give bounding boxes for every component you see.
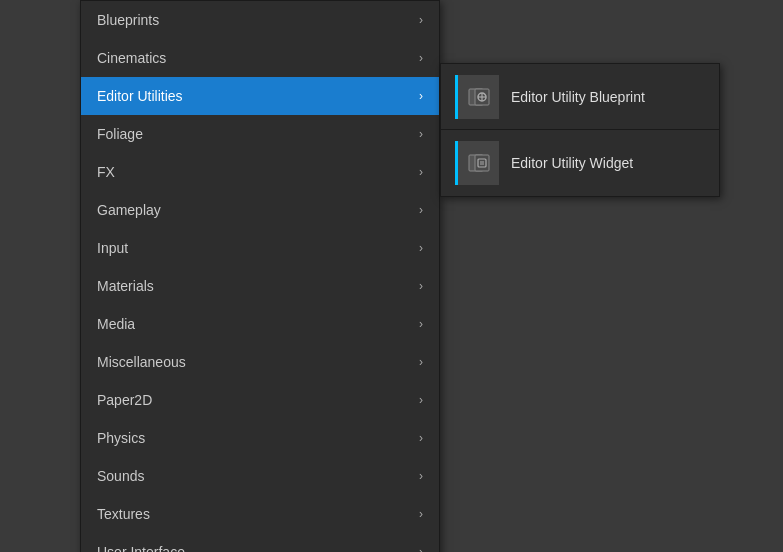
arrow-icon-textures: ›	[419, 507, 423, 521]
svg-rect-6	[475, 155, 489, 171]
menu-item-label-media: Media	[97, 316, 135, 332]
arrow-icon-fx: ›	[419, 165, 423, 179]
menu-item-sounds[interactable]: Sounds›	[81, 457, 439, 495]
menu-item-label-sounds: Sounds	[97, 468, 144, 484]
arrow-icon-physics: ›	[419, 431, 423, 445]
menu-item-gameplay[interactable]: Gameplay›	[81, 191, 439, 229]
menu-item-label-fx: FX	[97, 164, 115, 180]
menu-item-label-input: Input	[97, 240, 128, 256]
menu-item-label-user-interface: User Interface	[97, 544, 185, 552]
menu-item-blueprints[interactable]: Blueprints›	[81, 1, 439, 39]
arrow-icon-cinematics: ›	[419, 51, 423, 65]
submenu-icon-editor-utility-widget	[455, 141, 499, 185]
arrow-icon-user-interface: ›	[419, 545, 423, 552]
arrow-icon-miscellaneous: ›	[419, 355, 423, 369]
menu-item-label-foliage: Foliage	[97, 126, 143, 142]
menu-item-label-editor-utilities: Editor Utilities	[97, 88, 183, 104]
menu-item-input[interactable]: Input›	[81, 229, 439, 267]
menu-item-materials[interactable]: Materials›	[81, 267, 439, 305]
arrow-icon-editor-utilities: ›	[419, 89, 423, 103]
menu-item-editor-utilities[interactable]: Editor Utilities›	[81, 77, 439, 115]
menu-item-user-interface[interactable]: User Interface›	[81, 533, 439, 552]
menu-item-label-physics: Physics	[97, 430, 145, 446]
menu-item-foliage[interactable]: Foliage›	[81, 115, 439, 153]
menu-item-label-cinematics: Cinematics	[97, 50, 166, 66]
menu-item-cinematics[interactable]: Cinematics›	[81, 39, 439, 77]
submenu-label-editor-utility-widget: Editor Utility Widget	[511, 155, 633, 171]
arrow-icon-blueprints: ›	[419, 13, 423, 27]
arrow-icon-media: ›	[419, 317, 423, 331]
arrow-icon-input: ›	[419, 241, 423, 255]
menu-item-label-textures: Textures	[97, 506, 150, 522]
menu-item-label-materials: Materials	[97, 278, 154, 294]
arrow-icon-foliage: ›	[419, 127, 423, 141]
submenu-label-editor-utility-blueprint: Editor Utility Blueprint	[511, 89, 645, 105]
menu-item-label-miscellaneous: Miscellaneous	[97, 354, 186, 370]
main-menu: Blueprints›Cinematics›Editor Utilities›F…	[80, 0, 440, 552]
menu-item-physics[interactable]: Physics›	[81, 419, 439, 457]
arrow-icon-materials: ›	[419, 279, 423, 293]
menu-item-label-gameplay: Gameplay	[97, 202, 161, 218]
menu-item-miscellaneous[interactable]: Miscellaneous›	[81, 343, 439, 381]
menu-item-fx[interactable]: FX›	[81, 153, 439, 191]
submenu-item-editor-utility-blueprint[interactable]: Editor Utility Blueprint	[441, 64, 719, 130]
menu-item-label-blueprints: Blueprints	[97, 12, 159, 28]
menu-item-textures[interactable]: Textures›	[81, 495, 439, 533]
menu-item-media[interactable]: Media›	[81, 305, 439, 343]
menu-item-label-paper2d: Paper2D	[97, 392, 152, 408]
arrow-icon-paper2d: ›	[419, 393, 423, 407]
submenu: Editor Utility Blueprint Editor Utility …	[440, 63, 720, 197]
arrow-icon-gameplay: ›	[419, 203, 423, 217]
submenu-item-editor-utility-widget[interactable]: Editor Utility Widget	[441, 130, 719, 196]
menu-item-paper2d[interactable]: Paper2D›	[81, 381, 439, 419]
arrow-icon-sounds: ›	[419, 469, 423, 483]
submenu-icon-editor-utility-blueprint	[455, 75, 499, 119]
